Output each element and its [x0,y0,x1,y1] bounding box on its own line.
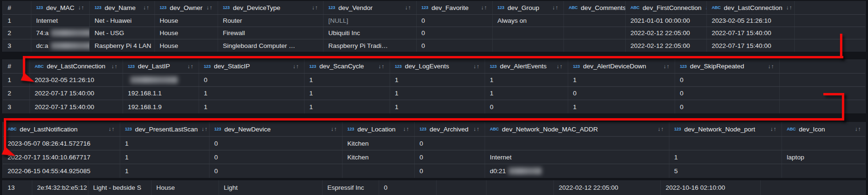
sort-icon[interactable]: ↓↑ [782,5,793,10]
column-header-dev_ScanCycle[interactable]: 123dev_ScanCycle↓↑ [305,59,390,73]
column-header-dev_FirstConnection[interactable]: ABCdev_FirstConnection↓↑ [626,1,707,14]
numeric-type-icon: 123 [674,127,681,131]
column-header-dev_MAC[interactable]: 123dev_MAC↓↑ [31,1,90,14]
column-label: dev_AlertEvents [500,63,546,70]
table-cell: dc:a [31,39,90,52]
sort-icon[interactable]: ↓↑ [375,64,385,69]
table-cell: Always on [493,15,564,27]
column-header-dev_Favorite[interactable]: 123dev_Favorite↓↑ [417,1,493,14]
sort-icon[interactable]: ↓↑ [401,5,412,10]
numeric-type-icon: 123 [347,127,354,131]
column-header-dev_AlertEvents[interactable]: 123dev_AlertEvents↓↑ [485,59,568,73]
header-row: ABCdev_LastNotification↓↑123dev_PresentL… [3,122,865,137]
column-header-#[interactable]: # [3,59,30,73]
column-header-dev_Location[interactable]: 123dev_Location↓↑ [343,122,415,136]
column-header-dev_Group[interactable]: 123dev_Group↓↑ [493,1,564,14]
sort-icon[interactable]: ↓↑ [764,64,775,69]
sort-icon[interactable]: ↓↑ [140,5,150,10]
sort-icon[interactable]: ↓↑ [851,126,862,132]
column-label: # [8,4,11,11]
sort-icon[interactable]: ↓↑ [105,126,115,132]
table-cell: 1 [305,74,390,86]
column-header-dev_DeviceType[interactable]: 123dev_DeviceType↓↑ [218,1,324,14]
column-header-dev_StaticIP[interactable]: 123dev_StaticIP↓↑ [199,59,305,73]
table-cell: [NULL] [324,15,417,27]
column-header-dev_Name[interactable]: 123dev_Name↓↑ [90,1,155,14]
sort-icon[interactable]: ↓↑ [327,126,338,132]
column-header-dev_PresentLastScan[interactable]: 123dev_PresentLastScan↓↑ [120,122,210,136]
table-cell: House [152,180,219,195]
column-header-#[interactable]: # [3,1,31,14]
sort-icon[interactable]: ↓↑ [553,64,563,69]
cell-text: 0 [680,76,684,84]
header-row: #ABCdev_LastConnection↓↑123dev_LastIP↓↑1… [3,59,865,74]
sort-icon[interactable]: ↓↑ [654,126,665,132]
grafana-table-panels: #123dev_MAC↓↑123dev_Name↓↑123dev_Owner↓↑… [0,0,868,195]
sort-icon[interactable]: ↓↑ [75,5,85,10]
cell-text: 74:a [36,29,48,37]
numeric-type-icon: 123 [128,64,134,69]
cell-text: Internet [36,17,58,24]
numeric-type-icon: 123 [95,5,101,10]
column-header-dev_LastIP[interactable]: 123dev_LastIP↓↑ [123,59,199,73]
column-header-dev_LastNotification[interactable]: ABCdev_LastNotification↓↑ [3,122,120,136]
cell-text: dc:a [36,42,48,49]
sort-icon[interactable]: ↓↑ [767,126,777,132]
column-header-dev_Owner[interactable]: 123dev_Owner↓↑ [155,1,218,14]
table-cell: 2022-07-17 15:40:00 [707,39,795,52]
sort-icon[interactable]: ↓↑ [289,64,300,69]
column-header-dev_Vendor[interactable]: 123dev_Vendor↓↑ [324,1,417,14]
sort-icon[interactable]: ↓↑ [108,64,118,69]
annotation-stub-right-middle [823,93,844,95]
table-cell: 1 [485,87,568,100]
cell-text: 3 [8,42,11,49]
table-cell: 1 [199,100,305,113]
text-type-icon: ABC [569,5,578,10]
numeric-type-icon: 123 [328,5,335,10]
sort-icon[interactable]: ↓↑ [470,126,480,132]
cell-text: 3 [8,103,11,111]
table-cell: 0 [415,164,485,178]
table-cell: 2022-07-17 15:40:00 [30,100,123,113]
text-type-icon: ABC [787,127,796,131]
cell-text: 1 [309,103,313,111]
cell-text: Net - USG [95,29,124,37]
cell-text: Always on [497,17,527,24]
sort-icon[interactable]: ↓↑ [198,126,208,132]
table-cell: 1 [390,87,485,100]
cell-text: 0 [680,90,684,97]
column-header-dev_LastConnection[interactable]: ABCdev_LastConnection↓↑ [30,59,123,73]
column-header-dev_Comments[interactable]: ABCdev_Comments↓↑ [564,1,626,14]
cell-text: 2 [8,90,11,97]
cell-text: 2023-02-05 21:26:10 [712,17,771,24]
cell-text: 1 [490,90,494,97]
sort-icon[interactable]: ↓↑ [184,64,194,69]
sort-icon[interactable]: ↓↑ [477,5,488,10]
sort-icon[interactable]: ↓↑ [308,5,319,10]
column-header-dev_LastConnection[interactable]: ABCdev_LastConnection↓↑ [707,1,795,14]
column-header-dev_Archived[interactable]: 123dev_Archived↓↑ [415,122,485,136]
table-cell: Firewall [218,27,324,39]
sort-icon[interactable]: ↓↑ [549,5,559,10]
table-cell: Internet [485,150,669,164]
column-header-dev_Icon[interactable]: ABCdev_Icon↓↑ [782,122,866,136]
column-header-dev_NewDevice[interactable]: 123dev_NewDevice↓↑ [210,122,343,136]
table-cell [795,15,866,27]
column-header-dev_SkipRepeated[interactable]: 123dev_SkipRepeated↓↑ [675,59,780,73]
sort-icon[interactable]: ↓↑ [470,64,480,69]
sort-icon[interactable]: ↓↑ [203,5,213,10]
column-header-dev_AlertDeviceDown[interactable]: 123dev_AlertDeviceDown↓↑ [568,59,675,73]
numeric-type-icon: 123 [680,64,687,69]
redacted-blur [130,76,178,84]
table-row: 22022-07-17 15:40:00192.168.1.1111100 [3,87,865,100]
column-header-dev_Network_Node_MAC_ADDR[interactable]: ABCdev_Network_Node_MAC_ADDR↓↑ [485,122,669,136]
sort-icon[interactable]: ↓↑ [400,126,410,132]
column-header-dev_LogEvents[interactable]: 123dev_LogEvents↓↑ [390,59,485,73]
sort-icon[interactable]: ↓↑ [701,5,707,10]
column-label: dev_LastIP [138,63,170,70]
table-row: 2022-06-15 04:55:44.925085100d0:215 [3,164,865,178]
column-header-dev_Network_Node_port[interactable]: 123dev_Network_Node_port↓↑ [669,122,782,136]
table-cell: 2022-06-15 04:55:44.925085 [3,164,120,178]
sort-icon[interactable]: ↓↑ [660,64,670,69]
table-cell [780,74,866,86]
